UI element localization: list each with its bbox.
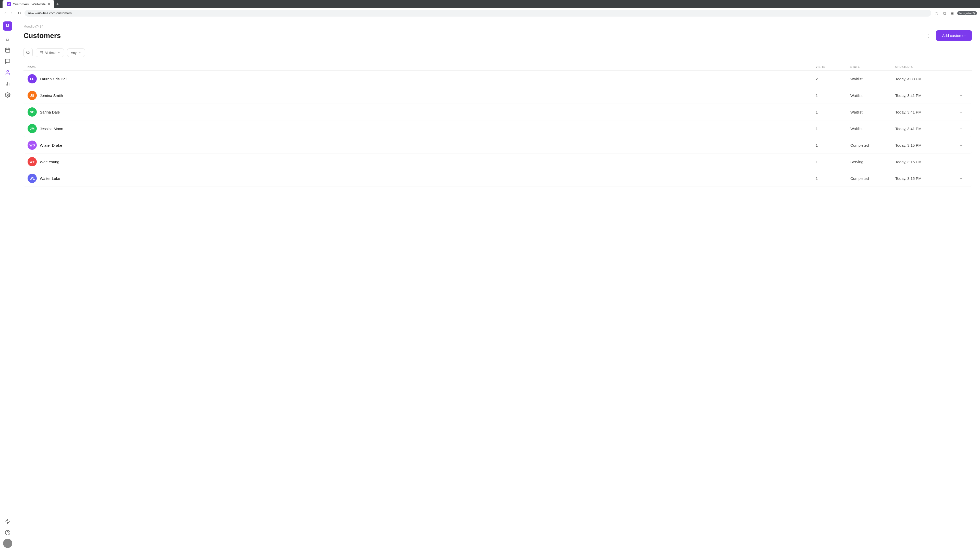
visits-cell: 1 [816,176,846,181]
chevron-down-icon [57,51,60,54]
customer-name: Walter Luke [40,176,60,181]
customer-name: Lauren Cris Deli [40,77,67,81]
row-menu-button[interactable]: ··· [959,125,964,132]
back-button[interactable]: ‹ [3,10,7,17]
table-row[interactable]: WL Walter Luke 1 Completed Today, 3:15 P… [24,170,972,187]
table-header: NAME VISITS STATE UPDATED ⇅ [24,63,972,71]
updated-cell: Today, 4:00 PM [895,77,951,81]
customer-avatar: WY [27,157,37,166]
state-cell: Serving [850,160,891,164]
sidebar-item-help[interactable] [3,527,13,538]
customer-cell: JM Jessica Moon [27,124,811,133]
svg-point-8 [7,94,8,96]
app-container: M ⌂ [0,18,980,551]
updated-cell: Today, 3:15 PM [895,176,951,181]
row-menu-button[interactable]: ··· [959,108,964,116]
sidebar-avatar[interactable]: M [3,21,12,30]
extensions-button[interactable]: ⧉ [942,10,947,17]
user-avatar[interactable] [3,539,12,548]
search-icon [26,51,30,55]
customer-name: Wlater Drake [40,143,62,148]
visits-cell: 1 [816,94,846,98]
tab-label: Customers | Waitwhile [13,2,46,6]
sidebar-item-settings[interactable] [3,90,13,100]
active-tab[interactable]: M Customers | Waitwhile ✕ [3,0,54,8]
visits-cell: 1 [816,127,846,131]
url-text: new.waitwhile.com/customers [28,11,72,15]
header-actions: ⋮ Add customer [924,30,972,41]
browser-nav-bar: ‹ › ↻ new.waitwhile.com/customers ☆ ⧉ ▣ … [0,8,980,18]
row-actions: ··· [956,158,968,165]
updated-cell: Today, 3:41 PM [895,127,951,131]
row-menu-button[interactable]: ··· [959,92,964,99]
customer-name: Jessica Moon [40,127,63,131]
bookmark-button[interactable]: ☆ [933,10,940,17]
customer-avatar: JS [27,91,37,100]
customer-avatar: WL [27,174,37,183]
table-row[interactable]: JS Jemina Smith 1 Waitlist Today, 3:41 P… [24,87,972,104]
updated-cell: Today, 3:41 PM [895,94,951,98]
table-row[interactable]: JM Jessica Moon 1 Waitlist Today, 3:41 P… [24,121,972,137]
sidebar-item-customers[interactable] [3,67,13,78]
settings-icon [5,92,11,98]
svg-rect-0 [5,48,10,52]
customer-avatar: WD [27,141,37,150]
analytics-icon [5,81,11,86]
tab-bar: M Customers | Waitwhile ✕ + [0,0,980,8]
sidebar-item-home[interactable]: ⌂ [3,34,13,44]
col-header-updated: UPDATED ⇅ [895,65,951,68]
customer-avatar: SD [27,107,37,117]
status-filter-label: Any [71,51,76,55]
breadcrumb: Moodjoy7434 [24,24,972,28]
row-actions: ··· [956,125,968,132]
col-header-state: STATE [850,65,891,68]
table-body: LC Lauren Cris Deli 2 Waitlist Today, 4:… [24,71,972,187]
sidebar-item-flash[interactable] [3,516,13,527]
visits-cell: 1 [816,110,846,114]
tab-favicon: M [6,2,11,6]
row-menu-button[interactable]: ··· [959,75,964,83]
table-row[interactable]: WD Wlater Drake 1 Completed Today, 3:15 … [24,137,972,154]
help-icon [5,530,11,535]
svg-marker-9 [5,519,10,524]
home-icon: ⌂ [6,36,9,42]
chat-icon [5,59,11,64]
new-tab-button[interactable]: + [54,1,61,8]
row-actions: ··· [956,75,968,83]
calendar-icon [5,47,11,53]
customer-cell: SD Sarina Dale [27,107,811,117]
customer-name: Jemina Smith [40,94,63,98]
search-button[interactable] [24,48,33,57]
visits-cell: 2 [816,77,846,81]
sidebar-item-analytics[interactable] [3,79,13,89]
reload-button[interactable]: ↻ [16,10,22,17]
forward-button[interactable]: › [10,10,14,17]
row-menu-button[interactable]: ··· [959,158,964,165]
add-customer-button[interactable]: Add customer [936,30,972,41]
more-options-button[interactable]: ⋮ [924,31,933,40]
customers-icon [5,70,11,75]
state-cell: Completed [850,143,891,148]
customer-cell: LC Lauren Cris Deli [27,74,811,83]
svg-rect-14 [40,51,43,54]
status-filter-button[interactable]: Any [67,48,85,57]
customer-name: Wee Young [40,160,59,164]
table-row[interactable]: LC Lauren Cris Deli 2 Waitlist Today, 4:… [24,71,972,87]
customer-cell: WL Walter Luke [27,174,811,183]
table-row[interactable]: WY Wee Young 1 Serving Today, 3:15 PM ··… [24,154,972,170]
flash-icon [5,519,11,524]
time-filter-button[interactable]: All time [36,48,64,57]
row-menu-button[interactable]: ··· [959,141,964,149]
calendar-filter-icon [40,51,43,54]
tab-close-button[interactable]: ✕ [48,2,50,6]
sidebar-item-messages[interactable] [3,56,13,66]
sidebar-toggle-button[interactable]: ▣ [949,10,956,17]
customers-table: NAME VISITS STATE UPDATED ⇅ LC Lauren Cr… [24,63,972,187]
row-menu-button[interactable]: ··· [959,175,964,182]
address-bar[interactable]: new.waitwhile.com/customers [24,10,931,17]
table-row[interactable]: SD Sarina Dale 1 Waitlist Today, 3:41 PM… [24,104,972,121]
sidebar-item-calendar[interactable] [3,45,13,55]
svg-point-12 [27,51,29,54]
chevron-down-icon-2 [78,51,81,54]
customer-cell: WD Wlater Drake [27,141,811,150]
